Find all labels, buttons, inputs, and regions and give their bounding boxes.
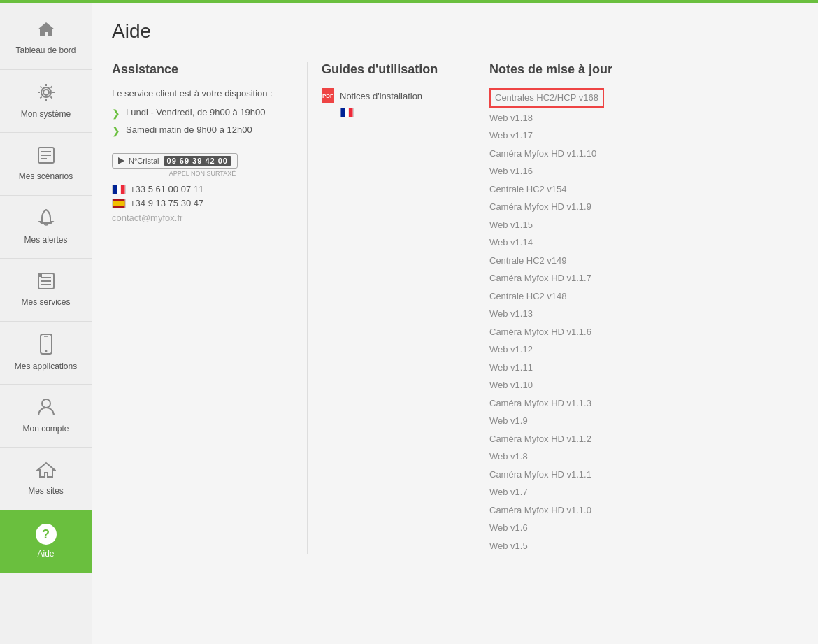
cristal-label-text: N°Cristal xyxy=(129,157,159,165)
guide-item-1[interactable]: Notices d'installation xyxy=(340,91,422,101)
notes-item[interactable]: Web v1.17 xyxy=(489,127,798,145)
pdf-icon: PDF xyxy=(322,88,334,103)
sidebar-item-mon-systeme[interactable]: Mon système xyxy=(0,70,92,133)
notes-item[interactable]: Caméra Myfox HD v1.1.6 xyxy=(489,323,798,341)
phone-icon xyxy=(40,334,52,357)
sidebar-item-mon-compte[interactable]: Mon compte xyxy=(0,385,92,448)
hours-text-2: Samedi matin de 9h00 à 12h00 xyxy=(126,124,252,135)
svg-rect-17 xyxy=(121,185,125,194)
sidebar-item-label: Mon compte xyxy=(22,424,69,434)
help-icon: ? xyxy=(36,524,57,545)
user-icon xyxy=(37,397,55,420)
svg-rect-19 xyxy=(113,201,124,206)
main-content: Aide Assistance Le service client est à … xyxy=(92,3,818,644)
sidebar-item-label: Mes sites xyxy=(28,486,64,496)
sidebar-item-mes-scenarios[interactable]: Mes scénarios xyxy=(0,133,92,196)
notes-item[interactable]: Web v1.11 xyxy=(489,359,798,377)
arrow-icon-2: ❯ xyxy=(112,125,120,136)
notes-item[interactable]: Web v1.18 xyxy=(489,109,798,127)
content-grid: Assistance Le service client est à votre… xyxy=(112,62,798,554)
svg-point-0 xyxy=(43,90,49,95)
sidebar-item-aide[interactable]: ? Aide xyxy=(0,510,92,573)
notes-title: Notes de mise à jour xyxy=(489,62,798,77)
sidebar-item-tableau-de-bord[interactable]: Tableau de bord xyxy=(0,7,92,70)
sidebar-item-mes-sites[interactable]: Mes sites xyxy=(0,448,92,510)
notes-item[interactable]: Caméra Myfox HD v1.1.1 xyxy=(489,466,798,484)
svg-rect-15 xyxy=(113,185,117,194)
cristal-box: N°Cristal 09 69 39 42 00 xyxy=(112,153,238,169)
svg-point-14 xyxy=(42,399,50,408)
play-icon xyxy=(118,157,124,164)
notes-item[interactable]: Web v1.6 xyxy=(489,519,798,537)
sidebar-item-mes-services[interactable]: Mes services xyxy=(0,259,92,322)
notes-column: Notes de mise à jour Centrales HC2/HCP v… xyxy=(475,62,798,554)
svg-rect-22 xyxy=(349,108,353,117)
svg-rect-20 xyxy=(340,108,345,117)
hours-item-2: ❯ Samedi matin de 9h00 à 12h00 xyxy=(112,124,293,136)
svg-rect-16 xyxy=(117,185,121,194)
svg-point-12 xyxy=(45,350,47,352)
sidebar-item-mes-applications[interactable]: Mes applications xyxy=(0,322,92,385)
arrow-icon: ❯ xyxy=(112,108,120,119)
assistance-description: Le service client est à votre dispositio… xyxy=(112,88,293,99)
phone-fr: +33 5 61 00 07 11 xyxy=(112,184,293,194)
notes-item[interactable]: Web v1.15 xyxy=(489,216,798,234)
notes-item[interactable]: Web v1.14 xyxy=(489,234,798,252)
flag-fr-icon xyxy=(112,185,126,194)
phone-es: +34 9 13 75 30 47 xyxy=(112,198,293,208)
notes-item[interactable]: Web v1.9 xyxy=(489,412,798,430)
notes-item-highlighted[interactable]: Centrales HC2/HCP v168 xyxy=(489,88,604,108)
notes-list: Centrales HC2/HCP v168 Web v1.18 Web v1.… xyxy=(489,88,798,554)
bell-icon xyxy=(37,208,55,231)
services-icon xyxy=(37,272,55,293)
notes-item[interactable]: Web v1.12 xyxy=(489,341,798,359)
flag-fr-guide-icon xyxy=(340,108,354,117)
notes-item[interactable]: Caméra Myfox HD v1.1.7 xyxy=(489,269,798,287)
home-icon xyxy=(36,20,56,41)
notes-item[interactable]: Web v1.16 xyxy=(489,162,798,180)
notes-item[interactable]: Caméra Myfox HD v1.1.9 xyxy=(489,198,798,216)
assistance-title: Assistance xyxy=(112,62,293,77)
sidebar-item-mes-alertes[interactable]: Mes alertes xyxy=(0,196,92,259)
sidebar-item-label: Mes alertes xyxy=(24,235,67,245)
sidebar-item-label: Aide xyxy=(37,549,54,559)
notes-item[interactable]: Web v1.7 xyxy=(489,483,798,501)
sidebar-item-label: Tableau de bord xyxy=(15,45,76,55)
page-title: Aide xyxy=(112,20,798,43)
flag-es-icon xyxy=(112,199,126,208)
assistance-column: Assistance Le service client est à votre… xyxy=(112,62,308,554)
phone-number-fr: +33 5 61 00 07 11 xyxy=(130,184,203,194)
notes-item[interactable]: Centrale HC2 v154 xyxy=(489,180,798,199)
guides-title: Guides d'utilisation xyxy=(322,62,461,77)
sidebar-item-label: Mes services xyxy=(21,297,70,307)
cristal-sublabel: APPEL NON SURTAXÉ xyxy=(112,170,293,177)
svg-rect-21 xyxy=(345,108,349,117)
phone-number-es: +34 9 13 75 30 47 xyxy=(130,198,203,208)
notes-item[interactable]: Caméra Myfox HD v1.1.10 xyxy=(489,145,798,163)
guides-column: Guides d'utilisation PDF Notices d'insta… xyxy=(308,62,475,554)
sites-home-icon xyxy=(36,461,56,482)
hours-item-1: ❯ Lundi - Vendredi, de 9h00 à 19h00 xyxy=(112,107,293,119)
sidebar-item-label: Mes scénarios xyxy=(19,171,73,181)
svg-rect-10 xyxy=(39,274,42,277)
notes-item[interactable]: Web v1.13 xyxy=(489,305,798,323)
hours-text-1: Lundi - Vendredi, de 9h00 à 19h00 xyxy=(126,107,266,117)
sidebar-item-label: Mes applications xyxy=(15,362,77,371)
sidebar: Tableau de bord Mon système Mes scénario… xyxy=(0,3,92,644)
cristal-number: 09 69 39 42 00 xyxy=(164,156,231,166)
notes-item[interactable]: Web v1.10 xyxy=(489,376,798,394)
contact-email: contact@myfox.fr xyxy=(112,213,293,223)
notes-item[interactable]: Centrale HC2 v148 xyxy=(489,287,798,306)
gear-icon xyxy=(36,83,56,105)
notes-item[interactable]: Caméra Myfox HD v1.1.2 xyxy=(489,430,798,448)
sidebar-item-label: Mon système xyxy=(21,109,71,119)
notes-item[interactable]: Web v1.8 xyxy=(489,448,798,466)
notes-item[interactable]: Centrale HC2 v149 xyxy=(489,252,798,270)
notes-item[interactable]: Caméra Myfox HD v1.1.3 xyxy=(489,394,798,413)
scenarios-icon xyxy=(37,146,55,167)
notes-item[interactable]: Caméra Myfox HD v1.1.0 xyxy=(489,501,798,520)
notes-item[interactable]: Web v1.5 xyxy=(489,537,798,555)
